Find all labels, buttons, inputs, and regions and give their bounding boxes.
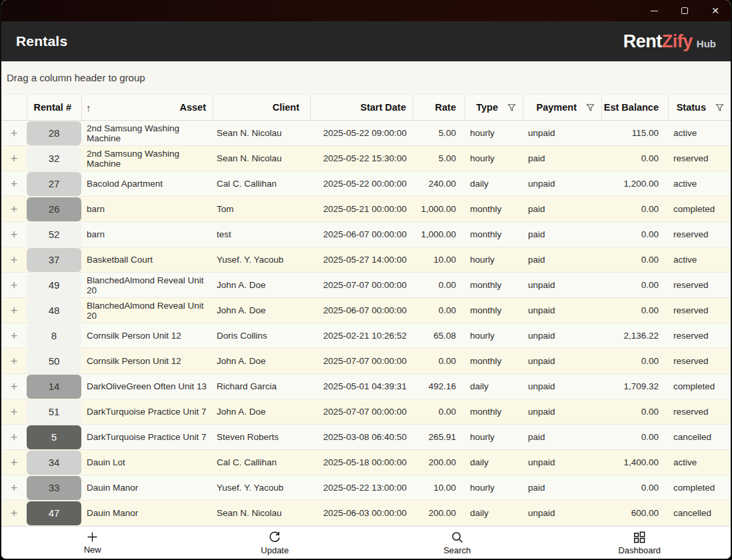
- filter-icon[interactable]: [507, 103, 516, 112]
- rate-cell: 1,000.00: [413, 197, 465, 221]
- column-header-rental-number[interactable]: Rental #: [27, 95, 81, 120]
- rental-number-cell: 37: [27, 247, 81, 272]
- table-row[interactable]: +37Basketball CourtYusef. Y. Yacoub2025-…: [1, 247, 731, 273]
- rate-cell: 1,000.00: [413, 222, 465, 247]
- expand-row-button[interactable]: +: [1, 247, 27, 272]
- column-header-payment[interactable]: Payment: [523, 95, 601, 120]
- filter-icon[interactable]: [586, 103, 595, 112]
- start-date-cell: 2025-06-07 00:00:00: [310, 298, 413, 323]
- table-row[interactable]: +5DarkTurquoise Practice Unit 7Steven Ro…: [1, 425, 731, 450]
- status-cell: cancelled: [668, 425, 731, 449]
- asset-cell: barn: [81, 222, 213, 247]
- group-by-drop-zone[interactable]: Drag a column header to group: [1, 61, 731, 95]
- table-row[interactable]: +49BlanchedAlmond Reveal Unit 20John A. …: [1, 273, 731, 298]
- close-button[interactable]: ✕: [700, 0, 731, 21]
- rate-cell: 5.00: [413, 121, 465, 145]
- client-cell: Sean N. Nicolau: [213, 146, 310, 171]
- rate-cell: 240.00: [413, 171, 465, 196]
- expand-row-button[interactable]: +: [1, 298, 27, 323]
- expand-row-button[interactable]: +: [1, 425, 27, 449]
- column-header-est-balance[interactable]: Est Balance: [601, 95, 668, 120]
- expand-plus-icon: +: [10, 431, 17, 443]
- column-header-asset[interactable]: ↑ Asset: [81, 95, 213, 120]
- rental-number-badge: 33: [27, 476, 81, 500]
- app-header: Rentals RentZifyHub: [1, 21, 731, 61]
- table-row[interactable]: +14DarkOliveGreen Often Unit 13Richard G…: [1, 374, 731, 399]
- rental-number-cell: 32: [27, 146, 81, 171]
- client-cell: Tom: [213, 197, 310, 221]
- expand-row-button[interactable]: +: [1, 146, 27, 171]
- column-header-type[interactable]: Type: [465, 95, 523, 120]
- table-row[interactable]: +8Cornsilk Person Unit 12Doris Collins20…: [1, 323, 731, 349]
- update-button[interactable]: Update: [184, 527, 367, 559]
- asset-cell: BlanchedAlmond Reveal Unit 20: [81, 298, 213, 323]
- expand-row-button[interactable]: +: [1, 273, 27, 297]
- new-button[interactable]: New: [1, 527, 184, 559]
- table-row[interactable]: +322nd Samsung Washing MachineSean N. Ni…: [1, 146, 731, 171]
- column-header-status[interactable]: Status: [668, 95, 731, 120]
- type-cell: daily: [465, 450, 523, 475]
- column-header-rate[interactable]: Rate: [413, 95, 465, 120]
- client-cell: John A. Doe: [213, 273, 310, 297]
- expand-plus-icon: +: [10, 127, 17, 139]
- table-row[interactable]: +282nd Samsung Washing MachineSean N. Ni…: [1, 121, 731, 146]
- expand-plus-icon: +: [10, 456, 17, 469]
- dashboard-button[interactable]: Dashboard: [549, 527, 731, 559]
- payment-cell: unpaid: [523, 273, 601, 297]
- expand-row-button[interactable]: +: [1, 475, 27, 500]
- status-cell: reserved: [668, 298, 731, 323]
- expand-row-button[interactable]: +: [1, 501, 27, 525]
- est-balance-cell: 0.00: [601, 349, 668, 373]
- expand-row-button[interactable]: +: [1, 450, 27, 475]
- table-row[interactable]: +34Dauin LotCal C. Callihan2025-05-18 00…: [1, 450, 731, 475]
- payment-cell: unpaid: [523, 298, 601, 323]
- rental-number-badge: 37: [27, 248, 81, 272]
- rental-number-cell: 50: [27, 349, 81, 373]
- expand-plus-icon: +: [10, 203, 17, 215]
- start-date-cell: 2025-05-01 04:39:31: [310, 374, 413, 399]
- table-row[interactable]: +27Bacolod ApartmentCal C. Callihan2025-…: [1, 171, 731, 197]
- rental-number-cell: 26: [27, 197, 81, 221]
- rental-number-cell: 49: [27, 273, 81, 297]
- table-row[interactable]: +33Dauin ManorYusef. Y. Yacoub2025-05-22…: [1, 475, 731, 501]
- window-title-bar: ✕: [1, 0, 731, 21]
- est-balance-cell: 0.00: [601, 222, 668, 247]
- type-cell: daily: [465, 374, 523, 399]
- column-header-client[interactable]: Client: [213, 95, 310, 120]
- rate-cell: 5.00: [413, 146, 465, 171]
- start-date-cell: 2025-02-21 10:26:52: [310, 323, 413, 348]
- maximize-button[interactable]: [669, 0, 700, 21]
- client-cell: Steven Roberts: [213, 425, 310, 449]
- grid-header-row: Rental # ↑ Asset Client Start Date Rate …: [1, 95, 731, 121]
- filter-icon[interactable]: [715, 103, 724, 112]
- logo-text-zify: Zify: [662, 31, 693, 52]
- expand-row-button[interactable]: +: [1, 399, 27, 424]
- table-row[interactable]: +52barntest2025-06-07 00:00:001,000.00mo…: [1, 222, 731, 247]
- start-date-cell: 2025-05-22 09:00:00: [310, 121, 413, 145]
- minimize-button[interactable]: [639, 0, 669, 21]
- start-date-cell: 2025-05-21 00:00:00: [310, 197, 413, 221]
- table-row[interactable]: +26barnTom2025-05-21 00:00:001,000.00mon…: [1, 197, 731, 222]
- table-row[interactable]: +47Dauin ManorSean N. Nicolau2025-06-03 …: [1, 501, 731, 526]
- expand-row-button[interactable]: +: [1, 197, 27, 221]
- payment-cell: paid: [523, 425, 601, 449]
- column-header-start-date[interactable]: Start Date: [310, 95, 413, 120]
- table-row[interactable]: +48BlanchedAlmond Reveal Unit 20John A. …: [1, 298, 731, 323]
- asset-cell: 2nd Samsung Washing Machine: [81, 121, 213, 145]
- rental-number-badge: 26: [27, 197, 81, 221]
- logo-text-rent: Rent: [623, 31, 662, 52]
- client-cell: Sean N. Nicolau: [213, 501, 310, 525]
- rental-number-cell: 48: [27, 298, 81, 323]
- expand-row-button[interactable]: +: [1, 349, 27, 373]
- rental-number-cell: 5: [27, 425, 81, 449]
- expand-row-button[interactable]: +: [1, 323, 27, 348]
- table-row[interactable]: +51DarkTurquoise Practice Unit 7John A. …: [1, 399, 731, 425]
- expand-row-button[interactable]: +: [1, 374, 27, 399]
- table-row[interactable]: +50Cornsilk Person Unit 12John A. Doe202…: [1, 349, 731, 374]
- expand-row-button[interactable]: +: [1, 171, 27, 196]
- asset-cell: DarkOliveGreen Often Unit 13: [81, 374, 213, 399]
- expand-row-button[interactable]: +: [1, 121, 27, 145]
- rate-cell: 0.00: [413, 273, 465, 297]
- expand-row-button[interactable]: +: [1, 222, 27, 247]
- search-button[interactable]: Search: [366, 527, 549, 559]
